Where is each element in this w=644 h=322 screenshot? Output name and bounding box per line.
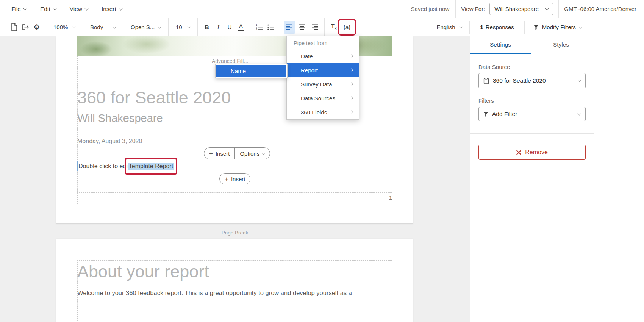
report-date[interactable]: Monday, August 3, 2020 — [77, 138, 142, 145]
modify-filters-button[interactable]: Modify Filters — [528, 24, 587, 30]
align-left-button[interactable] — [284, 21, 295, 34]
modify-filters-label: Modify Filters — [542, 24, 576, 30]
clear-label: T — [331, 23, 335, 29]
tab-settings[interactable]: Settings — [470, 36, 531, 54]
align-left-icon — [286, 24, 293, 30]
menu-insert[interactable]: Insert — [102, 6, 122, 13]
tab-styles-label: Styles — [553, 41, 569, 48]
menu-item-report[interactable]: Report — [287, 63, 359, 77]
menu-item-data-sources[interactable]: Data Sources — [287, 91, 359, 105]
menu-item-report-label: Report — [301, 67, 318, 73]
obscured-advanced-filter-control[interactable]: Advanced Filt... — [212, 58, 249, 64]
sidebar-content: Data Source 360 for Seattle 2020 Filters… — [470, 54, 591, 121]
italic-button[interactable]: I — [213, 21, 224, 34]
chevron-down-icon — [72, 25, 76, 28]
chevron-down-icon — [113, 25, 117, 28]
options-button[interactable]: Options — [235, 148, 270, 159]
settings-gear-button[interactable]: ⚙ — [31, 21, 42, 34]
section-title[interactable]: About your report — [77, 262, 209, 281]
piped-text-highlight[interactable]: Template Report — [128, 163, 174, 170]
menu-item-data-sources-label: Data Sources — [301, 95, 335, 102]
chevron-down-icon — [545, 6, 549, 10]
bold-button[interactable]: B — [201, 21, 213, 34]
menu-item-date[interactable]: Date — [287, 49, 359, 63]
underline-button[interactable]: U — [224, 21, 235, 34]
submenu-item-name[interactable]: Name — [216, 65, 286, 77]
align-center-button[interactable] — [297, 21, 308, 34]
svg-text:3: 3 — [256, 28, 257, 30]
pdf-document-icon — [11, 23, 17, 31]
zoom-select[interactable]: 100% — [50, 21, 79, 34]
margin-guide-top — [77, 260, 392, 261]
toolbar-separator — [83, 18, 83, 36]
chevron-down-icon — [23, 6, 27, 10]
vertical-divider — [558, 0, 559, 18]
align-right-button[interactable] — [309, 21, 321, 34]
toolbar-right: English 1 Responses Modify Filters — [433, 21, 587, 34]
bullet-list-button[interactable] — [265, 21, 277, 34]
margin-guide-bottom — [77, 192, 392, 193]
insert-block-button[interactable]: + Insert — [219, 173, 250, 184]
remove-button[interactable]: Remove — [478, 145, 586, 160]
filters-label: Filters — [478, 97, 591, 104]
settings-sidebar: Settings Styles Data Source 360 for Seat… — [470, 36, 644, 322]
report-page-2: About your report Welcome to your 360 fe… — [56, 239, 413, 322]
tab-styles[interactable]: Styles — [531, 36, 591, 54]
options-label: Options — [240, 150, 259, 157]
data-source-select[interactable]: 360 for Seattle 2020 — [478, 73, 586, 88]
paragraph-style-select[interactable]: Body — [86, 21, 120, 34]
editable-text-block[interactable]: Double click to ediTemplate Report — [77, 161, 392, 171]
section-body[interactable]: Welcome to your 360 feedback report. Thi… — [77, 289, 377, 297]
language-select[interactable]: English — [433, 21, 466, 34]
export-button[interactable] — [20, 21, 31, 34]
menu-file[interactable]: File — [11, 6, 27, 13]
responses-count: 1 — [480, 24, 483, 30]
menu-view[interactable]: View — [70, 6, 88, 13]
clear-formatting-icon: Tx — [331, 23, 337, 31]
piped-text-button[interactable]: {a} Pipe text from Date Report Survey Da… — [339, 20, 355, 34]
clear-formatting-button[interactable]: Tx — [328, 21, 339, 34]
align-right-icon — [312, 24, 319, 30]
menubar-right: Saved just now View For: Will Shakespear… — [411, 0, 644, 18]
chevron-down-icon — [85, 6, 89, 10]
submenu-item-name-label: Name — [231, 68, 246, 74]
menu-item-survey-data[interactable]: Survey Data — [287, 77, 359, 91]
toolbar-separator — [469, 21, 470, 34]
view-for-select[interactable]: Will Shakespeare — [489, 3, 553, 15]
saved-status: Saved just now — [411, 6, 450, 12]
filter-funnel-icon — [533, 25, 539, 30]
insert-options-toolbar: + Insert Options — [204, 147, 270, 159]
clear-sub-label: x — [335, 26, 337, 31]
margin-guide-right — [392, 260, 392, 322]
piped-text-icon: {a} — [344, 24, 351, 31]
data-source-value: 360 for Seattle 2020 — [493, 77, 546, 84]
sidebar-divider — [470, 133, 594, 134]
toolbar-separator — [168, 18, 169, 36]
report-subject[interactable]: Will Shakespeare — [77, 112, 163, 125]
font-family-select[interactable]: Open S... — [127, 21, 165, 34]
page-break-label: Page Break — [222, 230, 249, 236]
language-value: English — [436, 24, 455, 30]
report-canvas: Advanced Filt... 360 for Seattle 2020 Wi… — [0, 36, 470, 322]
add-filter-select[interactable]: Add Filter — [478, 107, 586, 121]
chevron-right-icon — [350, 82, 353, 86]
margin-guide-left — [77, 56, 78, 204]
page-number: 1 — [375, 194, 392, 201]
menu-edit[interactable]: Edit — [40, 6, 56, 13]
menu-item-360-fields[interactable]: 360 Fields — [287, 105, 359, 119]
insert-button[interactable]: + Insert — [204, 148, 234, 159]
font-size-select[interactable]: 10 — [172, 21, 194, 34]
toolbar-separator — [46, 18, 46, 36]
text-color-button[interactable]: A — [235, 21, 247, 34]
toolbar-separator — [324, 18, 325, 36]
chevron-down-icon — [578, 78, 581, 82]
ordered-list-button[interactable]: 123 — [254, 21, 265, 34]
italic-label: I — [217, 24, 219, 31]
report-title[interactable]: 360 for Seattle 2020 — [77, 88, 231, 108]
underline-label: U — [227, 24, 231, 31]
report-editor: File Edit View Insert Saved just now Vie… — [0, 0, 644, 322]
plus-icon: + — [225, 176, 228, 182]
pdf-export-button[interactable] — [8, 21, 20, 34]
chevron-right-icon — [350, 96, 353, 100]
menu-item-360-fields-label: 360 Fields — [301, 109, 327, 116]
